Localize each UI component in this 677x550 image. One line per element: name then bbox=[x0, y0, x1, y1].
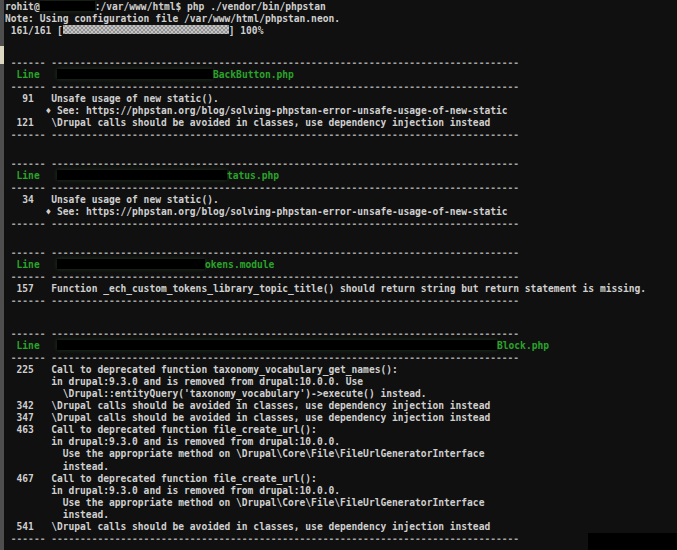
file-name: tatus.php bbox=[227, 170, 279, 181]
terminal-line: ------ ---------------------------------… bbox=[5, 271, 677, 283]
shell-command: :/var/www/html$ php ./vendor/bin/phpstan bbox=[95, 1, 326, 12]
error-section-status: ------ ---------------------------------… bbox=[5, 158, 677, 230]
terminal-text bbox=[40, 69, 57, 80]
redacted-progress-bar bbox=[63, 25, 229, 34]
table-border: ------ ---------------------------------… bbox=[5, 129, 519, 140]
table-border: ------ ---------------------------------… bbox=[5, 328, 519, 339]
terminal-line: ------ ---------------------------------… bbox=[5, 158, 677, 170]
terminal-output-top: rohit@:/var/www/html$ php ./vendor/bin/p… bbox=[5, 1, 677, 37]
error-message: in drupal:9.3.0 and is removed from drup… bbox=[5, 485, 340, 496]
scrollbar-thumb[interactable] bbox=[0, 46, 4, 64]
error-message: 342 \Drupal calls should be avoided in c… bbox=[5, 400, 490, 411]
terminal-line: 463 Call to deprecated function file_cre… bbox=[5, 424, 677, 436]
line-column-header: Line bbox=[17, 259, 40, 270]
error-message: \Drupal::entityQuery('taxonomy_vocabular… bbox=[5, 388, 427, 399]
table-border: ------ ---------------------------------… bbox=[5, 81, 519, 92]
terminal-line: rohit@:/var/www/html$ php ./vendor/bin/p… bbox=[5, 1, 677, 13]
terminal-line: ------ ---------------------------------… bbox=[5, 57, 677, 69]
terminal-line: 34 Unsafe usage of new static(). bbox=[5, 194, 677, 206]
line-column-header: Line bbox=[17, 69, 40, 80]
terminal-line: 347 \Drupal calls should be avoided in c… bbox=[5, 412, 677, 424]
phpstan-blog-url[interactable]: https://phpstan.org/blog/solving-phpstan… bbox=[86, 206, 508, 217]
terminal-line: ------ ---------------------------------… bbox=[5, 328, 677, 340]
error-message: 463 Call to deprecated function file_cre… bbox=[5, 424, 317, 435]
table-border: ------ ---------------------------------… bbox=[5, 271, 519, 282]
terminal-line: 121 \Drupal calls should be avoided in c… bbox=[5, 117, 677, 129]
terminal-line: \Drupal::entityQuery('taxonomy_vocabular… bbox=[5, 388, 677, 400]
phpstan-note: Note: Using configuration file /var/www/… bbox=[5, 13, 340, 24]
table-border: ------ ---------------------------------… bbox=[5, 158, 519, 169]
terminal-text bbox=[5, 170, 17, 181]
terminal-line: in drupal:9.3.0 and is removed from drup… bbox=[5, 376, 677, 388]
error-message: instead. bbox=[5, 509, 109, 520]
terminal-line: ------ ---------------------------------… bbox=[5, 295, 677, 307]
terminal-line: Use the appropriate method on \Drupal\Co… bbox=[5, 497, 677, 509]
redacted-file-path bbox=[57, 69, 213, 79]
error-message: instead. bbox=[5, 461, 109, 472]
terminal-text bbox=[40, 259, 57, 270]
redaction-box bbox=[588, 533, 677, 550]
terminal-line: Note: Using configuration file /var/www/… bbox=[5, 13, 677, 25]
phpstan-blog-url[interactable]: https://phpstan.org/blog/solving-phpstan… bbox=[86, 105, 508, 116]
redacted-hostname bbox=[40, 1, 95, 11]
terminal-text bbox=[40, 340, 57, 351]
terminal-line: Line BackButton.php bbox=[5, 69, 677, 81]
error-section-backbutton: ------ ---------------------------------… bbox=[5, 57, 677, 141]
error-message: 157 Function _ech_custom_tokens_library_… bbox=[5, 283, 646, 294]
line-column-header: Line bbox=[17, 170, 40, 181]
terminal-line: instead. bbox=[5, 509, 677, 521]
table-border: ------ ---------------------------------… bbox=[5, 247, 519, 258]
error-message: 467 Call to deprecated function file_cre… bbox=[5, 473, 317, 484]
terminal-line: in drupal:9.3.0 and is removed from drup… bbox=[5, 436, 677, 448]
terminal-line: Line okens.module bbox=[5, 259, 677, 271]
terminal-line: 467 Call to deprecated function file_cre… bbox=[5, 473, 677, 485]
terminal-text bbox=[5, 259, 17, 270]
table-border: ------ ---------------------------------… bbox=[5, 295, 519, 306]
tip-prefix: ♦ See: bbox=[5, 206, 86, 217]
table-border: ------ ---------------------------------… bbox=[5, 218, 519, 229]
progress-percent: ] 100% bbox=[229, 25, 264, 36]
terminal-text bbox=[5, 69, 17, 80]
terminal-line: ------ ---------------------------------… bbox=[5, 352, 677, 364]
error-message: in drupal:9.3.0 and is removed from drup… bbox=[5, 436, 340, 447]
scrollbar[interactable] bbox=[0, 0, 4, 550]
shell-prompt-user: rohit@ bbox=[5, 1, 40, 12]
redacted-file-path bbox=[57, 259, 205, 269]
error-message: Use the appropriate method on \Drupal\Co… bbox=[5, 497, 484, 508]
table-border: ------ ---------------------------------… bbox=[5, 57, 519, 68]
error-section-tokens-module: ------ ---------------------------------… bbox=[5, 247, 677, 307]
terminal-line: Use the appropriate method on \Drupal\Co… bbox=[5, 448, 677, 460]
terminal-line: ------ ---------------------------------… bbox=[5, 533, 677, 545]
terminal-line: ------ ---------------------------------… bbox=[5, 182, 677, 194]
terminal-line: 342 \Drupal calls should be avoided in c… bbox=[5, 400, 677, 412]
terminal-line: 157 Function _ech_custom_tokens_library_… bbox=[5, 283, 677, 295]
error-message: 91 Unsafe usage of new static(). bbox=[5, 93, 219, 104]
terminal-line: Line tatus.php bbox=[5, 170, 677, 182]
table-border: ------ ---------------------------------… bbox=[5, 182, 519, 193]
terminal-line: 91 Unsafe usage of new static(). bbox=[5, 93, 677, 105]
terminal-line: ------ ---------------------------------… bbox=[5, 218, 677, 230]
error-message: 225 Call to deprecated function taxonomy… bbox=[5, 364, 398, 375]
error-message: 347 \Drupal calls should be avoided in c… bbox=[5, 412, 490, 423]
tip-prefix: ♦ See: bbox=[5, 105, 86, 116]
error-message: 121 \Drupal calls should be avoided in c… bbox=[5, 117, 490, 128]
terminal-line: ♦ See: https://phpstan.org/blog/solving-… bbox=[5, 105, 677, 117]
terminal-line: in drupal:9.3.0 and is removed from drup… bbox=[5, 485, 677, 497]
error-message: in drupal:9.3.0 and is removed from drup… bbox=[5, 376, 363, 387]
line-column-header: Line bbox=[17, 340, 40, 351]
table-border: ------ ---------------------------------… bbox=[5, 352, 519, 363]
terminal-line: ------ ---------------------------------… bbox=[5, 129, 677, 141]
error-message: 541 \Drupal calls should be avoided in c… bbox=[5, 521, 490, 532]
error-message: Use the appropriate method on \Drupal\Co… bbox=[5, 448, 484, 459]
redacted-file-path bbox=[57, 340, 497, 350]
terminal-line: ------ ---------------------------------… bbox=[5, 81, 677, 93]
file-name: Block.php bbox=[497, 340, 549, 351]
terminal-text bbox=[40, 170, 57, 181]
progress-count: 161/161 [ bbox=[5, 25, 63, 36]
terminal-line: instead. bbox=[5, 461, 677, 473]
terminal-window[interactable]: rohit@:/var/www/html$ php ./vendor/bin/p… bbox=[0, 0, 677, 550]
terminal-line: ♦ See: https://phpstan.org/blog/solving-… bbox=[5, 206, 677, 218]
redacted-file-path bbox=[57, 170, 227, 180]
terminal-line: 161/161 [] 100% bbox=[5, 25, 677, 37]
terminal-text bbox=[5, 340, 17, 351]
